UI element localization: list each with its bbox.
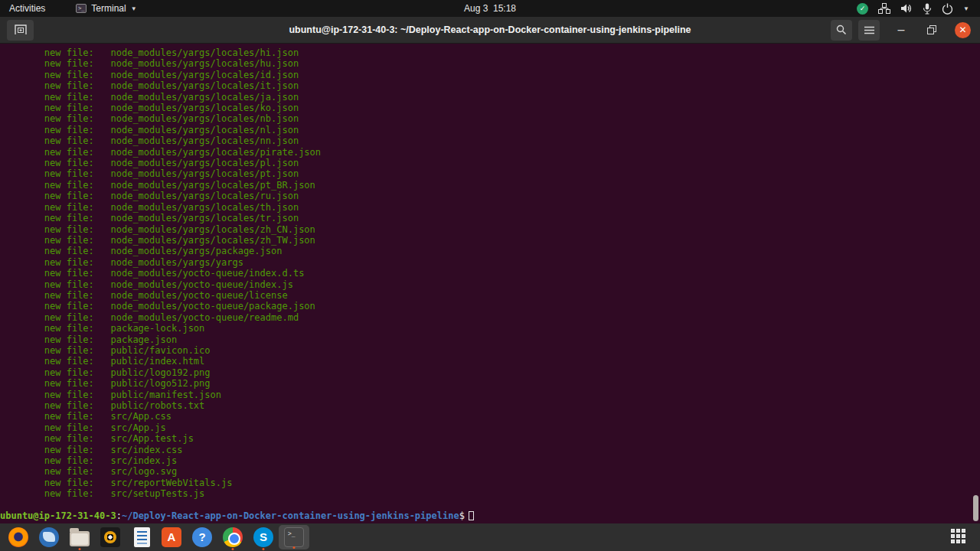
- prompt-separator: :: [116, 510, 122, 521]
- new-tab-icon: [15, 24, 27, 35]
- minimize-button[interactable]: –: [892, 21, 910, 39]
- new-tab-button[interactable]: [7, 20, 34, 41]
- chrome-icon: [223, 527, 243, 547]
- dock-app-writer[interactable]: [126, 523, 156, 551]
- dock-app-help[interactable]: ?: [187, 523, 217, 551]
- dock-app-software[interactable]: A: [156, 523, 187, 551]
- thunderbird-icon: [39, 527, 59, 547]
- help-icon: ?: [192, 527, 212, 547]
- shell-prompt: ubuntu@ip-172-31-40-3:~/Deploy-React-app…: [0, 510, 474, 521]
- dock-app-files[interactable]: [64, 523, 95, 551]
- files-icon: [70, 531, 90, 546]
- dock-app-rhythmbox[interactable]: [95, 523, 126, 551]
- prompt-user-host: ubuntu@ip-172-31-40-3: [0, 510, 116, 521]
- dock-app-thunderbird[interactable]: [34, 523, 64, 551]
- show-applications-button[interactable]: [951, 529, 968, 546]
- app-menu-label: Terminal: [91, 3, 126, 14]
- terminal-output: new file: node_modules/yargs/locales/hi.…: [0, 44, 980, 521]
- search-button[interactable]: [831, 20, 852, 41]
- restore-button[interactable]: [923, 21, 941, 39]
- activities-button[interactable]: Activities: [0, 0, 54, 17]
- terminal-screen[interactable]: new file: node_modules/yargs/locales/hi.…: [0, 44, 980, 523]
- close-button[interactable]: ✕: [955, 22, 971, 38]
- terminal-cursor: [469, 511, 474, 520]
- system-tray[interactable]: ✓ ▼: [857, 0, 980, 17]
- running-indicator: [263, 548, 265, 550]
- app-menu-terminal[interactable]: >_ Terminal ▼: [68, 0, 144, 17]
- microphone-icon: [923, 3, 932, 15]
- restore-icon: [927, 25, 936, 34]
- terminal-app-icon: >_: [76, 4, 87, 13]
- writer-icon: [134, 527, 150, 547]
- dock-app-skype[interactable]: S: [248, 523, 279, 551]
- power-icon: [942, 3, 953, 15]
- hamburger-icon: [864, 26, 874, 34]
- prompt-dollar: $: [459, 510, 465, 521]
- chevron-down-icon: ▼: [963, 5, 969, 12]
- git-status-output: new file: node_modules/yargs/locales/hi.…: [0, 47, 321, 499]
- terminal-header-bar[interactable]: ubuntu@ip-172-31-40-3: ~/Deploy-React-ap…: [0, 17, 980, 44]
- top-bar: Activities >_ Terminal ▼ Aug 3 15:18 ✓: [0, 0, 980, 17]
- dock-app-firefox[interactable]: [3, 523, 34, 551]
- running-indicator: [293, 546, 296, 549]
- software-icon: A: [162, 527, 181, 547]
- rhythmbox-icon: [100, 527, 120, 547]
- clock-button[interactable]: Aug 3 15:18: [464, 3, 516, 14]
- running-indicator: [232, 548, 234, 550]
- dock-app-terminal[interactable]: >_: [279, 525, 309, 549]
- clock: Aug 3 15:18: [0, 3, 980, 14]
- terminal-icon: >_: [284, 527, 304, 547]
- dock-app-chrome[interactable]: [217, 523, 248, 551]
- menu-button[interactable]: [858, 20, 880, 41]
- dock: A?S>_: [0, 523, 980, 551]
- firefox-icon: [8, 527, 28, 547]
- skype-icon: S: [253, 527, 273, 547]
- search-icon: [836, 24, 847, 35]
- running-indicator: [79, 548, 81, 550]
- terminal-scrollbar-thumb[interactable]: [973, 495, 978, 521]
- prompt-path: ~/Deploy-React-app-on-Docker-container-u…: [122, 510, 459, 521]
- network-tree-icon: [878, 3, 890, 14]
- software-status-icon: ✓: [857, 3, 868, 15]
- volume-icon: [900, 3, 913, 14]
- chevron-down-icon: ▼: [131, 5, 137, 12]
